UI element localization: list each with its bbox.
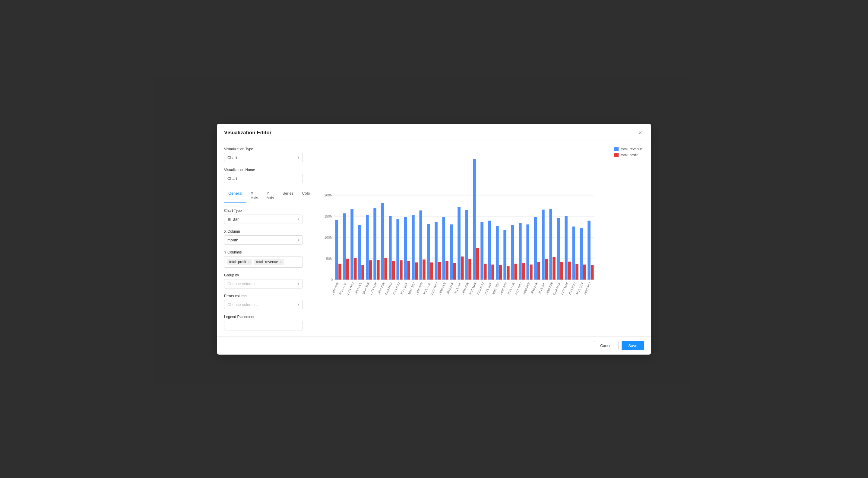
svg-rect-58 [458,207,461,280]
svg-rect-101 [568,261,571,279]
legend-label-profit: total_profit [621,153,638,157]
svg-rect-83 [522,263,525,280]
svg-text:2014 MAR: 2014 MAR [384,281,393,295]
modal-body: Visualization Type Chart ▾ Visualization… [217,141,651,336]
svg-rect-40 [412,215,415,279]
svg-text:2015 APR: 2015 APR [415,281,424,295]
svg-rect-49 [435,222,438,280]
svg-text:200M: 200M [324,193,333,197]
svg-text:0: 0 [331,278,333,281]
y-columns-input[interactable]: total_profit × total_revenue × [224,256,303,268]
remove-profit-icon[interactable]: × [248,260,249,264]
bar-chart-svg: 050M100M150M200M2014 APR2014 AUG2014 DEC… [319,150,597,307]
modal-title: Visualization Editor [224,130,272,136]
svg-rect-59 [461,257,464,280]
errors-column-group: Errors column Choose column... ▾ [224,294,303,309]
tab-colors[interactable]: Colors [298,189,310,203]
svg-rect-71 [491,264,494,279]
legend-item-profit: total_profit [614,153,643,157]
svg-rect-89 [537,262,540,280]
svg-rect-13 [343,213,346,280]
svg-text:2015 JAN: 2015 JAN [446,281,454,295]
svg-text:2015 SEP: 2015 SEP [492,282,500,295]
tab-y-axis[interactable]: Y Axis [262,189,278,203]
svg-rect-109 [588,220,591,280]
svg-rect-94 [549,209,552,279]
legend-placement-input[interactable] [224,321,303,330]
svg-text:2015 AUG: 2015 AUG [423,282,431,295]
svg-rect-85 [526,224,529,279]
legend-label-revenue: total_revenue [621,147,643,151]
svg-text:2015 OCT: 2015 OCT [484,281,493,295]
group-by-select[interactable]: Choose column... ▾ [224,279,303,289]
svg-rect-41 [415,262,418,279]
tab-series[interactable]: Series [278,189,298,203]
chart-svg-container: 050M100M150M200M2014 APR2014 AUG2014 DEC… [319,147,643,304]
svg-rect-34 [396,219,399,279]
svg-text:2014 MAY: 2014 MAY [369,281,378,295]
svg-rect-107 [583,264,586,279]
svg-rect-16 [350,209,353,280]
tab-general[interactable]: General [224,189,246,203]
x-column-select[interactable]: month ▾ [224,235,303,245]
chevron-down-icon: ▾ [298,156,300,160]
svg-rect-100 [565,216,568,280]
chart-type-value: Bar [232,217,239,221]
x-column-group: X Column month ▾ [224,229,303,245]
remove-revenue-icon[interactable]: × [280,260,281,264]
svg-rect-104 [576,264,579,280]
svg-rect-92 [545,259,548,280]
svg-rect-110 [591,265,594,280]
x-column-label: X Column [224,229,303,234]
svg-rect-19 [358,225,361,280]
cancel-button[interactable]: Cancel [594,341,619,350]
chevron-down-icon: ▾ [298,303,300,307]
modal-footer: Cancel Save [217,336,651,355]
svg-rect-91 [542,209,545,279]
svg-rect-53 [445,261,448,280]
viz-type-select[interactable]: Chart ▾ [224,153,303,162]
svg-text:2016 MAR: 2016 MAR [553,281,561,295]
viz-name-input[interactable] [224,174,303,183]
svg-rect-52 [442,217,445,280]
svg-rect-47 [430,262,433,279]
tab-x-axis[interactable]: X Axis [246,189,262,203]
group-by-placeholder: Choose column... [227,281,258,286]
close-button[interactable]: × [637,129,644,137]
svg-rect-26 [377,260,380,280]
svg-text:100M: 100M [324,236,333,239]
svg-rect-14 [346,259,349,280]
modal-overlay: Visualization Editor × Visualization Typ… [0,0,868,478]
svg-text:2016 AUG: 2016 AUG [507,282,515,295]
viz-name-label: Visualization Name [224,168,303,172]
svg-rect-86 [530,264,533,279]
svg-rect-23 [369,260,372,279]
chart-type-label: Chart Type [224,209,303,213]
svg-rect-67 [480,222,484,280]
svg-rect-32 [392,261,395,280]
svg-text:2016 JUL: 2016 JUL [538,282,546,295]
svg-rect-82 [519,223,522,280]
chevron-down-icon: ▾ [298,238,300,242]
viz-type-group: Visualization Type Chart ▾ [224,147,303,162]
svg-text:2016 FEB: 2016 FEB [522,282,530,295]
save-button[interactable]: Save [622,341,644,350]
svg-text:150M: 150M [324,214,333,218]
svg-text:2015 JUL: 2015 JUL [454,282,462,295]
svg-rect-46 [427,224,430,280]
svg-rect-44 [423,259,426,279]
svg-text:2014 JAN: 2014 JAN [362,281,370,295]
svg-rect-28 [381,203,384,280]
y-column-tag-profit: total_profit × [227,259,252,265]
svg-text:2016 MAY: 2016 MAY [560,281,569,295]
svg-text:2015 MAY: 2015 MAY [468,281,477,295]
svg-rect-29 [384,258,387,280]
errors-column-select[interactable]: Choose column... ▾ [224,300,303,309]
svg-text:2014 APR: 2014 APR [331,281,339,295]
legend-item-revenue: total_revenue [614,147,643,151]
svg-rect-25 [373,208,376,280]
svg-rect-80 [514,264,517,279]
svg-text:2014 OCT: 2014 OCT [400,281,408,295]
svg-rect-62 [468,259,471,280]
chart-type-select[interactable]: ▦ Bar ▾ [224,214,303,224]
